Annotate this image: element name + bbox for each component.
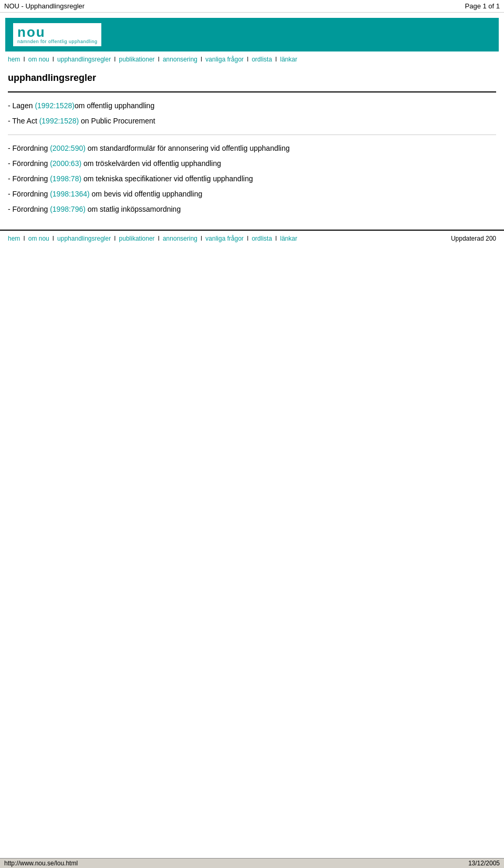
footer-nav-publikationer[interactable]: publikationer <box>119 235 155 242</box>
logo-box: nou nämnden för offentlig upphandling <box>13 23 101 46</box>
nav-publikationer[interactable]: publikationer <box>119 56 155 63</box>
entry-2-prefix: - The Act <box>8 117 39 125</box>
entry-4-prefix: - Förordning <box>8 159 50 168</box>
title-bar: NOU - Upphandlingsregler Page 1 of 1 <box>0 0 504 13</box>
entry-7-suffix: om statlig inköpssamordning <box>86 205 181 213</box>
entry-4-suffix: om tröskelvärden vid offentlig upphandli… <box>81 159 221 168</box>
entry-3-prefix: - Förordning <box>8 144 50 152</box>
list-item: - The Act (1992:1528) on Public Procurem… <box>8 116 496 127</box>
entry-3-suffix: om standardformulär för annonsering vid … <box>86 144 290 152</box>
page-title: upphandlingsregler <box>8 73 496 84</box>
entry-7-prefix: - Förordning <box>8 205 50 213</box>
top-nav: hem l om nou l upphandlingsregler l publ… <box>0 51 504 67</box>
footer-nav-hem[interactable]: hem <box>8 235 20 242</box>
logo-bar: nou nämnden för offentlig upphandling <box>5 18 499 51</box>
nav-sep-3: l <box>114 56 116 63</box>
entry-2-link[interactable]: (1992:1528) <box>39 117 79 125</box>
footer-nav-vanliga-fragor[interactable]: vanliga frågor <box>205 235 244 242</box>
footer-nav-upphandlingsregler[interactable]: upphandlingsregler <box>57 235 111 242</box>
page-info: Page 1 of 1 <box>465 2 500 10</box>
nav-sep-6: l <box>247 56 248 63</box>
window-title: NOU - Upphandlingsregler <box>4 2 85 10</box>
footer-sep-1: l <box>24 235 25 242</box>
footer-nav-om-nou[interactable]: om nou <box>28 235 49 242</box>
entry-5-link[interactable]: (1998:78) <box>50 174 81 183</box>
footer-sep-5: l <box>201 235 202 242</box>
status-url: http://www.nou.se/lou.html <box>4 860 78 867</box>
nav-sep-1: l <box>24 56 25 63</box>
nav-sep-7: l <box>275 56 277 63</box>
logo-tagline: nämnden för offentlig upphandling <box>17 39 97 44</box>
entry-1-suffix: om offentlig upphandling <box>75 101 154 110</box>
footer-sep-2: l <box>52 235 54 242</box>
list-item: - Förordning (2002:590) om standardformu… <box>8 143 496 154</box>
list-item: - Förordning (1998:1364) om bevis vid of… <box>8 189 496 200</box>
entry-3-link[interactable]: (2002:590) <box>50 144 86 152</box>
main-content: upphandlingsregler - Lagen (1992:1528)om… <box>0 67 504 230</box>
entry-4-link[interactable]: (2000:63) <box>50 159 81 168</box>
list-item: - Förordning (1998:78) om tekniska speci… <box>8 173 496 184</box>
entry-1-prefix: - Lagen <box>8 101 35 110</box>
entry-6-prefix: - Förordning <box>8 190 50 198</box>
footer-nav-ordlista[interactable]: ordlista <box>251 235 272 242</box>
nav-sep-4: l <box>158 56 160 63</box>
nav-ordlista[interactable]: ordlista <box>251 56 272 63</box>
top-divider <box>8 91 496 92</box>
footer-nav-lankar[interactable]: länkar <box>280 235 297 242</box>
entry-7-link[interactable]: (1998:796) <box>50 205 86 213</box>
footer-sep-3: l <box>114 235 116 242</box>
nav-om-nou[interactable]: om nou <box>28 56 49 63</box>
footer-sep-4: l <box>158 235 160 242</box>
entry-2-suffix: on Public Procurement <box>79 117 155 125</box>
nav-sep-5: l <box>201 56 202 63</box>
nav-annonsering[interactable]: annonsering <box>163 56 197 63</box>
status-date: 13/12/2005 <box>468 860 500 867</box>
list-item: - Förordning (1998:796) om statlig inköp… <box>8 204 496 215</box>
mid-divider <box>8 135 496 135</box>
nav-hem[interactable]: hem <box>8 56 20 63</box>
list-item: - Förordning (2000:63) om tröskelvärden … <box>8 158 496 169</box>
status-bar: http://www.nou.se/lou.html 13/12/2005 <box>0 858 504 868</box>
entry-5-suffix: om tekniska specifikationer vid offentli… <box>81 174 253 183</box>
nav-sep-2: l <box>52 56 54 63</box>
nav-upphandlingsregler[interactable]: upphandlingsregler <box>57 56 111 63</box>
entry-1-link[interactable]: (1992:1528) <box>35 101 75 110</box>
entry-5-prefix: - Förordning <box>8 174 50 183</box>
footer-sep-7: l <box>275 235 277 242</box>
entry-6-suffix: om bevis vid offentlig upphandling <box>90 190 203 198</box>
footer-nav-annonsering[interactable]: annonsering <box>163 235 197 242</box>
list-item: - Lagen (1992:1528)om offentlig upphandl… <box>8 100 496 111</box>
entry-6-link[interactable]: (1998:1364) <box>50 190 90 198</box>
logo-nou: nou <box>17 24 46 40</box>
nav-vanliga-fragor[interactable]: vanliga frågor <box>205 56 244 63</box>
footer-nav: Uppdaterad 200 hem l om nou l upphandlin… <box>0 230 504 246</box>
footer-sep-6: l <box>247 235 248 242</box>
nav-lankar[interactable]: länkar <box>280 56 297 63</box>
footer-updated: Uppdaterad 200 <box>451 235 496 242</box>
